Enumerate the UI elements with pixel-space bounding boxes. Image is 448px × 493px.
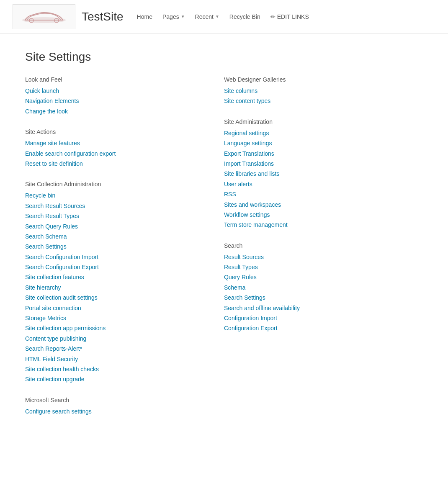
header: TestSite Home Pages ▼ Recent ▼ Recycle B… — [0, 0, 448, 33]
link-reset-to-site-definition[interactable]: Reset to site definition — [25, 159, 207, 168]
link-result-sources[interactable]: Result Sources — [224, 252, 406, 262]
link-quick-launch[interactable]: Quick launch — [25, 86, 207, 95]
section-site-actions: Site Actions Manage site features Enable… — [25, 128, 224, 168]
section-heading-search: Search — [224, 242, 406, 249]
link-user-alerts[interactable]: User alerts — [224, 180, 406, 189]
link-search-config-import[interactable]: Search Configuration Import — [25, 252, 207, 262]
link-portal-site-connection[interactable]: Portal site connection — [25, 303, 207, 313]
link-content-type-publishing[interactable]: Content type publishing — [25, 334, 207, 343]
link-site-columns[interactable]: Site columns — [224, 86, 406, 95]
section-heading-site-actions: Site Actions — [25, 128, 207, 135]
link-storage-metrics[interactable]: Storage Metrics — [25, 313, 207, 323]
link-manage-site-features[interactable]: Manage site features — [25, 139, 207, 148]
link-configuration-export[interactable]: Configuration Export — [224, 324, 406, 333]
nav-item-pages[interactable]: Pages ▼ — [157, 8, 190, 25]
nav-item-recycle-bin[interactable]: Recycle Bin — [224, 8, 265, 25]
left-column: Look and Feel Quick launch Navigation El… — [25, 76, 224, 429]
right-column: Web Designer Galleries Site columns Site… — [224, 76, 423, 429]
section-heading-web-designer-galleries: Web Designer Galleries — [224, 76, 406, 83]
link-site-collection-features[interactable]: Site collection features — [25, 272, 207, 282]
settings-grid: Look and Feel Quick launch Navigation El… — [25, 76, 423, 429]
section-links-look-and-feel: Quick launch Navigation Elements Change … — [25, 86, 207, 116]
section-links-site-actions: Manage site features Enable search confi… — [25, 139, 207, 168]
recent-chevron-icon: ▼ — [215, 14, 219, 19]
link-site-collection-app-permissions[interactable]: Site collection app permissions — [25, 324, 207, 333]
link-query-rules[interactable]: Query Rules — [224, 272, 406, 282]
link-change-the-look[interactable]: Change the look — [25, 107, 207, 116]
nav-item-edit-links[interactable]: ✏ EDIT LINKS — [265, 13, 314, 20]
link-search-query-rules[interactable]: Search Query Rules — [25, 222, 207, 231]
pencil-icon: ✏ — [270, 13, 275, 20]
link-search-settings[interactable]: Search Settings — [25, 242, 207, 251]
link-site-collection-upgrade[interactable]: Site collection upgrade — [25, 375, 207, 384]
main-content: Site Settings Look and Feel Quick launch… — [0, 33, 448, 445]
link-sites-and-workspaces[interactable]: Sites and workspaces — [224, 200, 406, 209]
link-workflow-settings[interactable]: Workflow settings — [224, 210, 406, 219]
pages-chevron-icon: ▼ — [181, 14, 185, 19]
section-look-and-feel: Look and Feel Quick launch Navigation El… — [25, 76, 224, 116]
section-links-site-collection-admin: Recycle bin Search Result Sources Search… — [25, 191, 207, 384]
link-html-field-security[interactable]: HTML Field Security — [25, 354, 207, 364]
site-title: TestSite — [82, 10, 124, 23]
link-term-store-management[interactable]: Term store management — [224, 220, 406, 229]
section-links-search: Result Sources Result Types Query Rules … — [224, 252, 406, 333]
link-result-types[interactable]: Result Types — [224, 262, 406, 272]
link-schema[interactable]: Schema — [224, 283, 406, 292]
site-logo-area: TestSite — [13, 4, 124, 29]
link-recycle-bin[interactable]: Recycle bin — [25, 191, 207, 200]
link-site-collection-audit-settings[interactable]: Site collection audit settings — [25, 293, 207, 302]
link-search-and-offline-availability[interactable]: Search and offline availability — [224, 303, 406, 313]
section-links-site-administration: Regional settings Language settings Expo… — [224, 128, 406, 230]
section-site-collection-admin: Site Collection Administration Recycle b… — [25, 181, 224, 384]
top-nav: Home Pages ▼ Recent ▼ Recycle Bin ✏ EDIT… — [132, 8, 314, 25]
section-heading-site-collection-admin: Site Collection Administration — [25, 181, 207, 187]
section-microsoft-search: Microsoft Search Configure search settin… — [25, 397, 224, 416]
link-enable-search-config-export[interactable]: Enable search configuration export — [25, 149, 207, 158]
logo-image — [13, 4, 75, 29]
link-search-result-types[interactable]: Search Result Types — [25, 211, 207, 221]
link-search-result-sources[interactable]: Search Result Sources — [25, 201, 207, 211]
link-site-collection-health-checks[interactable]: Site collection health checks — [25, 365, 207, 374]
link-search-reports-alert[interactable]: Search Reports-Alert* — [25, 344, 207, 353]
section-links-microsoft-search: Configure search settings — [25, 407, 207, 416]
section-site-administration: Site Administration Regional settings La… — [224, 118, 423, 230]
nav-item-home[interactable]: Home — [132, 8, 157, 25]
link-navigation-elements[interactable]: Navigation Elements — [25, 96, 207, 105]
page-title: Site Settings — [25, 50, 423, 64]
link-search-settings-right[interactable]: Search Settings — [224, 293, 406, 302]
link-configure-search-settings[interactable]: Configure search settings — [25, 407, 207, 416]
nav-item-recent[interactable]: Recent ▼ — [190, 8, 224, 25]
link-regional-settings[interactable]: Regional settings — [224, 128, 406, 138]
link-export-translations[interactable]: Export Translations — [224, 149, 406, 158]
link-configuration-import[interactable]: Configuration Import — [224, 313, 406, 323]
link-rss[interactable]: RSS — [224, 190, 406, 199]
section-web-designer-galleries: Web Designer Galleries Site columns Site… — [224, 76, 423, 106]
link-import-translations[interactable]: Import Translations — [224, 159, 406, 168]
section-heading-microsoft-search: Microsoft Search — [25, 397, 207, 403]
link-site-libraries-and-lists[interactable]: Site libraries and lists — [224, 169, 406, 178]
link-site-content-types[interactable]: Site content types — [224, 96, 406, 105]
car-logo-icon — [19, 8, 69, 25]
link-language-settings[interactable]: Language settings — [224, 139, 406, 148]
link-site-hierarchy[interactable]: Site hierarchy — [25, 283, 207, 292]
section-heading-look-and-feel: Look and Feel — [25, 76, 207, 83]
section-heading-site-administration: Site Administration — [224, 118, 406, 125]
link-search-schema[interactable]: Search Schema — [25, 232, 207, 241]
section-search: Search Result Sources Result Types Query… — [224, 242, 423, 333]
section-links-web-designer-galleries: Site columns Site content types — [224, 86, 406, 106]
link-search-config-export[interactable]: Search Configuration Export — [25, 262, 207, 272]
